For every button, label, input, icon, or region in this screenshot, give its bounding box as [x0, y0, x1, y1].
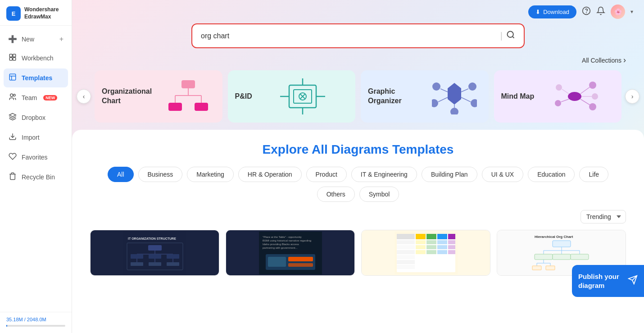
svg-rect-82: [397, 240, 415, 244]
filter-education[interactable]: Education: [528, 167, 575, 182]
cards-container: Organizational Chart: [91, 70, 625, 123]
filter-marketing[interactable]: Marketing: [187, 167, 233, 182]
explore-section: Explore All Diagrams Templates All Busin…: [72, 130, 644, 333]
plus-icon: +: [59, 35, 63, 43]
template-results: IT ORGANIZATION STRUCTURE: [90, 230, 626, 276]
mind-map-illustration: [540, 78, 614, 114]
sidebar-item-import[interactable]: Import: [4, 128, 68, 147]
svg-rect-102: [553, 241, 571, 247]
svg-rect-73: [288, 257, 313, 261]
template-card-graphic-organizer[interactable]: Graphic Organizer: [361, 70, 489, 123]
publish-send-icon: [628, 275, 638, 287]
pid-illustration: [258, 78, 348, 114]
search-button[interactable]: [506, 30, 515, 41]
svg-rect-97: [397, 255, 415, 259]
help-icon[interactable]: [582, 6, 591, 18]
svg-point-34: [450, 108, 458, 114]
search-input[interactable]: [201, 32, 497, 40]
svg-rect-85: [437, 240, 447, 244]
sidebar-item-workbench[interactable]: Workbench: [4, 49, 68, 68]
svg-rect-59: [167, 254, 179, 259]
svg-rect-115: [532, 266, 541, 270]
svg-point-32: [432, 99, 438, 107]
svg-rect-90: [437, 245, 447, 249]
result-card-1[interactable]: IT ORGANIZATION STRUCTURE: [90, 230, 219, 276]
svg-point-45: [589, 103, 596, 110]
sidebar-item-templates[interactable]: Templates: [4, 68, 68, 87]
filter-ui-ux[interactable]: UI & UX: [482, 167, 524, 182]
templates-icon: [8, 73, 17, 83]
svg-rect-1: [13, 54, 16, 57]
filter-business[interactable]: Business: [138, 167, 183, 182]
sidebar: E Wondershare EdrawMax ➕ New + Workbench…: [0, 0, 72, 333]
svg-rect-58: [149, 254, 161, 259]
svg-rect-84: [426, 240, 436, 244]
filter-symbol[interactable]: Symbol: [359, 187, 399, 202]
sidebar-item-favorites[interactable]: Favorites: [4, 148, 68, 167]
avatar[interactable]: 🌸: [611, 5, 625, 19]
all-collections-link[interactable]: All Collections ›: [582, 55, 626, 65]
org-chart-illustration: [161, 78, 215, 114]
svg-marker-29: [448, 83, 461, 105]
svg-point-41: [589, 82, 596, 89]
filter-building-plan[interactable]: Building Plan: [422, 167, 477, 182]
svg-line-50: [561, 99, 569, 102]
svg-line-11: [512, 36, 514, 38]
filter-others[interactable]: Others: [317, 187, 355, 202]
storage-bar-fill: [6, 325, 7, 327]
avatar-chevron[interactable]: ▾: [630, 9, 633, 15]
sort-select[interactable]: Trending Newest Popular: [581, 210, 626, 224]
filter-hr-operation[interactable]: HR & Operation: [238, 167, 302, 182]
search-box-inner: |: [194, 26, 522, 46]
publish-popup[interactable]: Publish your diagram: [572, 265, 644, 297]
template-card-org-chart[interactable]: Organizational Chart: [95, 70, 222, 123]
recycle-bin-icon: [8, 172, 17, 182]
svg-rect-0: [9, 54, 12, 57]
result-card-2[interactable]: "Place at the Table" - opportunity BSMI …: [226, 230, 355, 276]
collections-row: All Collections ›: [72, 55, 644, 70]
sidebar-item-dropbox[interactable]: Dropbox: [4, 108, 68, 127]
result-thumb-1: IT ORGANIZATION STRUCTURE: [91, 230, 219, 275]
explore-title: Explore All Diagrams Templates: [90, 142, 626, 157]
filter-all[interactable]: All: [108, 167, 134, 182]
cards-scroll-area: ‹ Organizational Chart: [72, 70, 644, 130]
notification-icon[interactable]: [596, 6, 605, 18]
svg-rect-92: [397, 250, 415, 254]
svg-point-33: [471, 99, 477, 107]
filter-life[interactable]: Life: [579, 167, 608, 182]
template-card-mind-map[interactable]: Mind Map: [494, 70, 622, 123]
svg-rect-74: [288, 263, 313, 267]
svg-rect-81: [448, 234, 455, 239]
template-card-pid[interactable]: P&ID: [228, 70, 356, 123]
filter-pills: All Business Marketing HR & Operation Pr…: [90, 167, 626, 202]
result-card-3[interactable]: [361, 230, 490, 276]
download-button[interactable]: ⬇ Download: [528, 5, 576, 18]
sidebar-item-team[interactable]: Team NEW: [4, 88, 68, 107]
svg-rect-63: [131, 262, 143, 266]
svg-rect-88: [416, 245, 426, 249]
sidebar-nav: ➕ New + Workbench Templates Team NEW: [0, 26, 72, 312]
sidebar-item-new[interactable]: ➕ New +: [4, 30, 68, 48]
svg-rect-65: [167, 262, 179, 266]
scroll-prev-button[interactable]: ‹: [77, 89, 91, 104]
dropbox-icon: [8, 113, 17, 123]
svg-point-31: [468, 82, 476, 91]
svg-rect-110: [571, 254, 589, 260]
sort-row: Trending Newest Popular: [90, 210, 626, 224]
result-thumb-3: [362, 230, 490, 275]
search-area: |: [72, 23, 644, 55]
main-content: ⬇ Download 🌸 ▾ | All Collections ›: [72, 0, 644, 333]
svg-rect-54: [148, 245, 162, 251]
filter-product[interactable]: Product: [306, 167, 347, 182]
svg-rect-94: [426, 250, 436, 254]
svg-rect-4: [9, 74, 16, 80]
filter-it-engineering[interactable]: IT & Engineering: [351, 167, 417, 182]
svg-rect-93: [416, 250, 426, 254]
svg-rect-86: [448, 240, 455, 244]
scroll-next-button[interactable]: ›: [625, 89, 639, 104]
svg-point-6: [14, 94, 16, 96]
svg-point-5: [10, 94, 13, 96]
sidebar-item-recycle-bin[interactable]: Recycle Bin: [4, 168, 68, 187]
svg-rect-96: [448, 250, 455, 254]
svg-rect-91: [448, 245, 455, 249]
